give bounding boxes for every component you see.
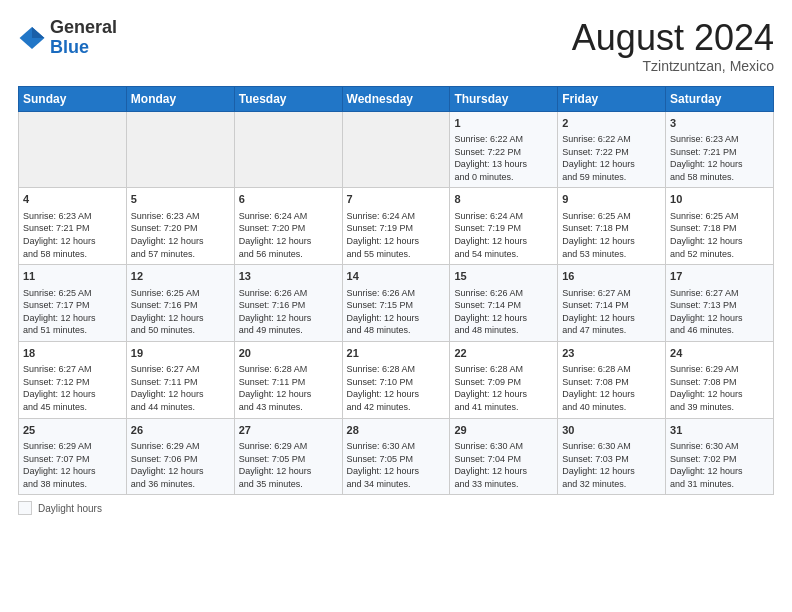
- day-info-line: Sunset: 7:06 PM: [131, 453, 230, 466]
- calendar-cell: 21Sunrise: 6:28 AMSunset: 7:10 PMDayligh…: [342, 341, 450, 418]
- calendar-cell: [342, 111, 450, 188]
- day-info-line: and 51 minutes.: [23, 324, 122, 337]
- day-info-line: Daylight: 12 hours: [670, 388, 769, 401]
- day-info-line: Sunrise: 6:30 AM: [670, 440, 769, 453]
- day-info-line: Sunset: 7:03 PM: [562, 453, 661, 466]
- day-info-line: Daylight: 12 hours: [131, 235, 230, 248]
- day-info-line: and 48 minutes.: [454, 324, 553, 337]
- day-number: 9: [562, 192, 661, 207]
- calendar-cell: 16Sunrise: 6:27 AMSunset: 7:14 PMDayligh…: [558, 265, 666, 342]
- calendar-cell: 18Sunrise: 6:27 AMSunset: 7:12 PMDayligh…: [19, 341, 127, 418]
- day-info-line: Sunrise: 6:28 AM: [347, 363, 446, 376]
- calendar-cell: 9Sunrise: 6:25 AMSunset: 7:18 PMDaylight…: [558, 188, 666, 265]
- day-info-line: Daylight: 12 hours: [670, 235, 769, 248]
- day-info-line: Sunrise: 6:30 AM: [454, 440, 553, 453]
- title-block: August 2024 Tzintzuntzan, Mexico: [572, 18, 774, 74]
- day-info-line: Sunset: 7:02 PM: [670, 453, 769, 466]
- day-info-line: Daylight: 12 hours: [239, 465, 338, 478]
- calendar-cell: 20Sunrise: 6:28 AMSunset: 7:11 PMDayligh…: [234, 341, 342, 418]
- calendar-cell: 25Sunrise: 6:29 AMSunset: 7:07 PMDayligh…: [19, 418, 127, 495]
- calendar-cell: 11Sunrise: 6:25 AMSunset: 7:17 PMDayligh…: [19, 265, 127, 342]
- day-number: 5: [131, 192, 230, 207]
- calendar-cell: 27Sunrise: 6:29 AMSunset: 7:05 PMDayligh…: [234, 418, 342, 495]
- page-header: General Blue August 2024 Tzintzuntzan, M…: [18, 18, 774, 74]
- day-info-line: Sunset: 7:14 PM: [454, 299, 553, 312]
- calendar-cell: 10Sunrise: 6:25 AMSunset: 7:18 PMDayligh…: [666, 188, 774, 265]
- day-info-line: Daylight: 13 hours: [454, 158, 553, 171]
- day-info-line: Sunset: 7:13 PM: [670, 299, 769, 312]
- day-info-line: Daylight: 12 hours: [239, 235, 338, 248]
- day-number: 28: [347, 423, 446, 438]
- day-info-line: and 40 minutes.: [562, 401, 661, 414]
- day-info-line: and 53 minutes.: [562, 248, 661, 261]
- calendar-day-header: Sunday: [19, 86, 127, 111]
- day-info-line: Daylight: 12 hours: [23, 465, 122, 478]
- day-info-line: Sunset: 7:05 PM: [239, 453, 338, 466]
- calendar-cell: 31Sunrise: 6:30 AMSunset: 7:02 PMDayligh…: [666, 418, 774, 495]
- day-number: 21: [347, 346, 446, 361]
- day-info-line: Sunrise: 6:27 AM: [23, 363, 122, 376]
- day-info-line: Sunrise: 6:30 AM: [347, 440, 446, 453]
- day-info-line: Sunset: 7:22 PM: [562, 146, 661, 159]
- calendar-cell: 6Sunrise: 6:24 AMSunset: 7:20 PMDaylight…: [234, 188, 342, 265]
- day-info-line: Sunset: 7:21 PM: [670, 146, 769, 159]
- day-info-line: Sunrise: 6:24 AM: [347, 210, 446, 223]
- day-info-line: Daylight: 12 hours: [454, 312, 553, 325]
- day-number: 10: [670, 192, 769, 207]
- calendar-cell: 13Sunrise: 6:26 AMSunset: 7:16 PMDayligh…: [234, 265, 342, 342]
- day-number: 29: [454, 423, 553, 438]
- logo: General Blue: [18, 18, 117, 58]
- day-info-line: Sunrise: 6:24 AM: [454, 210, 553, 223]
- calendar-cell: 22Sunrise: 6:28 AMSunset: 7:09 PMDayligh…: [450, 341, 558, 418]
- calendar-table: SundayMondayTuesdayWednesdayThursdayFrid…: [18, 86, 774, 496]
- day-info-line: Sunrise: 6:28 AM: [454, 363, 553, 376]
- day-info-line: Sunrise: 6:27 AM: [131, 363, 230, 376]
- day-info-line: Sunset: 7:08 PM: [562, 376, 661, 389]
- day-info-line: Daylight: 12 hours: [23, 388, 122, 401]
- day-info-line: Daylight: 12 hours: [562, 235, 661, 248]
- day-number: 25: [23, 423, 122, 438]
- day-info-line: Sunrise: 6:25 AM: [131, 287, 230, 300]
- day-number: 23: [562, 346, 661, 361]
- day-info-line: and 59 minutes.: [562, 171, 661, 184]
- day-info-line: Sunset: 7:21 PM: [23, 222, 122, 235]
- day-info-line: Daylight: 12 hours: [131, 312, 230, 325]
- day-info-line: Sunset: 7:17 PM: [23, 299, 122, 312]
- day-info-line: Sunset: 7:20 PM: [131, 222, 230, 235]
- day-info-line: and 31 minutes.: [670, 478, 769, 491]
- day-info-line: Sunset: 7:11 PM: [239, 376, 338, 389]
- footer: Daylight hours: [18, 501, 774, 515]
- day-number: 18: [23, 346, 122, 361]
- day-info-line: Sunset: 7:11 PM: [131, 376, 230, 389]
- day-info-line: Sunset: 7:15 PM: [347, 299, 446, 312]
- calendar-day-header: Thursday: [450, 86, 558, 111]
- day-info-line: Sunrise: 6:23 AM: [670, 133, 769, 146]
- day-info-line: and 33 minutes.: [454, 478, 553, 491]
- calendar-cell: 23Sunrise: 6:28 AMSunset: 7:08 PMDayligh…: [558, 341, 666, 418]
- svg-marker-1: [32, 27, 44, 38]
- day-info-line: Sunrise: 6:29 AM: [131, 440, 230, 453]
- day-info-line: Sunrise: 6:29 AM: [23, 440, 122, 453]
- day-info-line: Daylight: 12 hours: [562, 158, 661, 171]
- calendar-cell: 2Sunrise: 6:22 AMSunset: 7:22 PMDaylight…: [558, 111, 666, 188]
- day-info-line: Daylight: 12 hours: [347, 388, 446, 401]
- day-number: 22: [454, 346, 553, 361]
- calendar-day-header: Tuesday: [234, 86, 342, 111]
- logo-general-text: General: [50, 17, 117, 37]
- day-info-line: and 50 minutes.: [131, 324, 230, 337]
- day-info-line: and 32 minutes.: [562, 478, 661, 491]
- calendar-cell: 15Sunrise: 6:26 AMSunset: 7:14 PMDayligh…: [450, 265, 558, 342]
- day-info-line: Sunrise: 6:28 AM: [239, 363, 338, 376]
- logo-icon: [18, 24, 46, 52]
- day-number: 3: [670, 116, 769, 131]
- day-info-line: Sunrise: 6:30 AM: [562, 440, 661, 453]
- day-info-line: and 52 minutes.: [670, 248, 769, 261]
- day-info-line: and 48 minutes.: [347, 324, 446, 337]
- day-number: 11: [23, 269, 122, 284]
- day-info-line: and 44 minutes.: [131, 401, 230, 414]
- month-year: August 2024: [572, 18, 774, 58]
- day-info-line: Sunset: 7:20 PM: [239, 222, 338, 235]
- day-info-line: and 47 minutes.: [562, 324, 661, 337]
- day-info-line: Sunrise: 6:25 AM: [23, 287, 122, 300]
- day-info-line: Sunrise: 6:24 AM: [239, 210, 338, 223]
